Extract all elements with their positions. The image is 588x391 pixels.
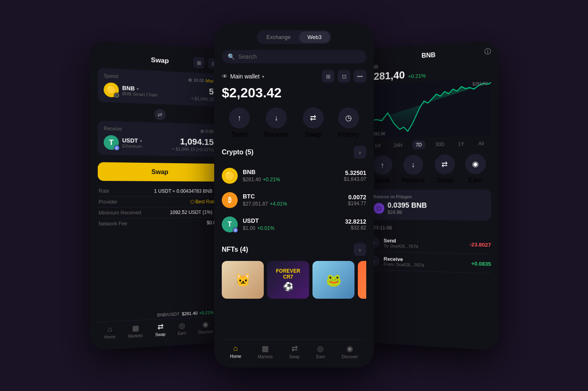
wallet-balance: $2,203.42 <box>222 85 366 101</box>
eye-icon[interactable]: 👁 <box>222 73 228 80</box>
right-receive-circle: ↓ <box>403 155 423 175</box>
usdt-name: USDT <box>243 217 340 224</box>
nav-home[interactable]: ⌂Home <box>104 325 116 340</box>
nft-cr7[interactable]: FOREVERCR7 ⚽ <box>267 261 309 299</box>
bnb-change: +0.21% <box>263 177 280 182</box>
right-action-send[interactable]: ↑ Send <box>373 155 392 184</box>
nav-discover[interactable]: ◉Discover <box>198 320 213 334</box>
spend-limit: 10.00 <box>193 78 204 83</box>
spend-label: Spend <box>104 73 118 79</box>
tf-all[interactable]: All <box>475 139 487 148</box>
wallet-header: 👁 Main wallet ▾ ⊞ ⊡ ••• <box>222 70 366 83</box>
tf-30d[interactable]: 30D <box>432 140 448 149</box>
send-label: Send <box>231 131 247 138</box>
action-send[interactable]: ↑ Send <box>229 107 250 138</box>
wallet-chevron[interactable]: ▾ <box>262 74 264 79</box>
tx-list: ↑ Send To: 0xa426...767d -23.8027 ↓ Rece… <box>368 233 491 274</box>
wallet-name: Main wallet <box>230 73 260 80</box>
tf-7d[interactable]: 7D <box>412 141 425 149</box>
btc-crypto-icon: ₿ <box>222 192 238 208</box>
nft-frog[interactable]: 🐸 <box>312 261 354 299</box>
btc-price: $27,051.87 <box>243 201 268 207</box>
tab-exchange[interactable]: Exchange <box>258 31 299 43</box>
center-tabs: Exchange Web3 <box>257 30 331 44</box>
left-nav: ⌂Home ▦Markets ⇄Swap ◎Earn ◉Discover <box>98 316 219 342</box>
crypto-row-usdt[interactable]: T Ξ USDT $1.00 +0.01% 32.8212 $32.82 <box>222 212 366 237</box>
swap-label: Swap <box>305 131 322 138</box>
search-bar[interactable]: 🔍 Search <box>222 50 366 63</box>
nav-swap[interactable]: ⇄Swap <box>155 322 165 337</box>
usdt-price: $1.00 <box>243 225 255 231</box>
send-circle: ↑ <box>229 107 250 128</box>
nft-row: 🐱 FOREVERCR7 ⚽ 🐸 <box>222 261 366 299</box>
right-earn-label: Earn <box>468 177 483 184</box>
crypto-title: Crypto (5) <box>222 149 254 156</box>
crypto-row-bnb[interactable]: 🟡 BNB $281.40 +0.21% 5.32501 $1,643.07 <box>222 164 366 188</box>
receive-chain: Ethereum <box>122 143 142 149</box>
nft-title: NFTs (4) <box>222 246 248 253</box>
swap-circle: ⇄ <box>303 107 324 128</box>
action-swap[interactable]: ⇄ Swap <box>303 107 324 138</box>
receive-token-name: USDT <box>122 137 138 144</box>
spend-token-name: BNB <box>122 85 135 92</box>
center-nav-discover[interactable]: ◉Discover <box>341 344 358 359</box>
polygon-icon: ⬡ <box>373 203 384 214</box>
tx-date: 2023-11-06 <box>368 225 491 232</box>
center-nav: ⌂Home ▦Markets ⇄Swap ◎Earn ◉Discover <box>222 339 366 361</box>
nft-arrow[interactable]: › <box>354 243 366 256</box>
receive-amount: 1,094.15 <box>172 136 214 147</box>
min-received-value: 1092.52 USDT (1%) ✏ <box>170 209 218 215</box>
asset-title: BNB <box>422 51 436 59</box>
tf-1y[interactable]: 1Y <box>455 139 467 149</box>
nft-cat[interactable]: 🐱 <box>222 261 264 299</box>
center-nav-home[interactable]: ⌂Home <box>230 344 242 359</box>
action-history[interactable]: ◷ History <box>338 107 359 138</box>
right-action-swap[interactable]: ⇄ Swap <box>435 154 455 184</box>
qr-icon-btn[interactable]: ⊡ <box>338 70 350 83</box>
spend-section: Spend ⊞ 10.00 Max 🟡 ⛓ BNB ▾ <box>98 68 219 107</box>
receive-section: Receive ⊞ 0.00 T Ξ USDT ▾ <box>98 121 219 157</box>
history-icon-btn[interactable]: ⊞ <box>194 57 205 68</box>
right-send-label: Send <box>375 177 390 184</box>
network-fee-label: Network Fee <box>99 221 127 227</box>
usdt-crypto-icon: T Ξ <box>222 216 238 232</box>
center-nav-swap[interactable]: ⇄Swap <box>289 344 300 359</box>
more-icon-btn[interactable]: ••• <box>354 70 366 83</box>
crypto-row-btc[interactable]: ₿ BTC $27,051.87 +4.01% 0.0072 $194.77 <box>222 188 366 212</box>
max-button[interactable]: Max <box>206 78 214 83</box>
center-nav-earn[interactable]: ◎Earn <box>316 344 325 359</box>
left-phone: Swap ⊞ ⊡ Spend ⊞ 10.00 Max 🟡 ⛓ <box>89 40 227 350</box>
nav-markets[interactable]: ▦Markets <box>128 323 143 339</box>
history-label: History <box>338 131 359 138</box>
nft-orange[interactable] <box>358 261 366 299</box>
eth-badge: Ξ <box>114 145 120 151</box>
action-receive[interactable]: ↓ Receive <box>264 107 289 138</box>
swap-main-button[interactable]: Swap <box>98 162 219 181</box>
copy-icon-btn[interactable]: ⊞ <box>322 70 334 83</box>
center-nav-markets[interactable]: ▦Markets <box>258 344 273 359</box>
receive-token[interactable]: T Ξ USDT ▾ Ethereum <box>104 135 142 150</box>
swap-direction-btn[interactable]: ⇄ <box>153 108 166 121</box>
nav-earn[interactable]: ◎Earn <box>178 321 186 336</box>
btc-change: +4.01% <box>270 201 287 207</box>
provider-label: Provider <box>99 199 118 205</box>
tx-send[interactable]: ↑ Send To: 0xa426...767d -23.8027 <box>368 233 491 254</box>
swap-title: Swap <box>151 56 169 65</box>
action-grid: ↑ Send ↓ Receive ⇄ Swap ◷ History <box>222 107 366 138</box>
balance-amount: 0.0395 BNB <box>388 201 427 210</box>
receive-usd: ≈ $1,094.15 (+0.01%) <box>172 146 214 152</box>
crypto-arrow[interactable]: › <box>354 146 366 159</box>
tx-receive[interactable]: ↓ Receive From: 0xa426...767d +0.0835 <box>368 252 491 274</box>
pair-price: $281.40 <box>182 311 197 316</box>
history-circle: ◷ <box>338 107 359 128</box>
balance-usd: $24.98 <box>388 209 427 215</box>
tf-24h[interactable]: 24H <box>391 141 406 150</box>
swap-details: Rate 1 USDT ≈ 0.00434783 BNB ⇌ Provider … <box>98 186 219 229</box>
center-phone: Exchange Web3 🔍 Search 👁 Main wallet ▾ ⊞… <box>214 23 374 368</box>
spend-token[interactable]: 🟡 ⛓ BNB ▾ BNB Smart Chain <box>104 82 158 99</box>
right-action-receive[interactable]: ↓ Receive <box>402 155 425 184</box>
tab-web3[interactable]: Web3 <box>299 31 330 43</box>
info-button[interactable]: ⓘ <box>484 47 491 56</box>
btc-usd: $194.77 <box>348 201 366 206</box>
right-action-earn[interactable]: ◉ Earn <box>465 154 486 184</box>
